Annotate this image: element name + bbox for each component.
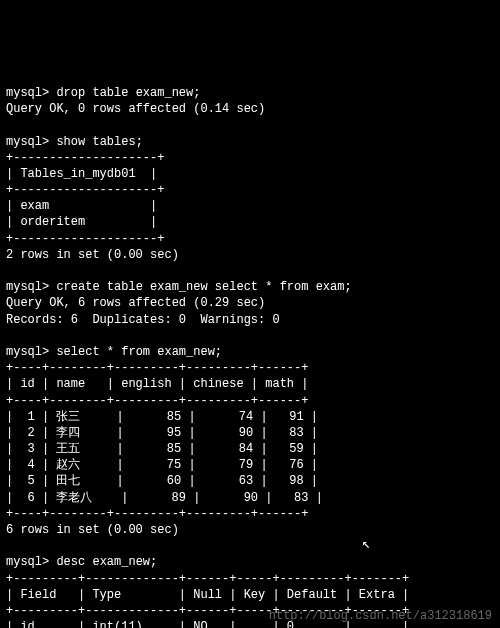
result-create-1: Query OK, 6 rows affected (0.29 sec)	[6, 296, 265, 310]
showtables-border: +--------------------+	[6, 151, 164, 165]
table-row: | orderitem |	[6, 215, 157, 229]
result-create-2: Records: 6 Duplicates: 0 Warnings: 0	[6, 313, 280, 327]
select-header: | id | name | english | chinese | math |	[6, 377, 308, 391]
cmd-show-tables: show tables;	[56, 135, 142, 149]
select-border: +----+--------+---------+---------+-----…	[6, 394, 308, 408]
cmd-drop: drop table exam_new;	[56, 86, 200, 100]
terminal[interactable]: mysql> drop table exam_new; Query OK, 0 …	[0, 81, 500, 628]
cmd-create: create table exam_new select * from exam…	[56, 280, 351, 294]
prompt: mysql>	[6, 86, 49, 100]
showtables-border: +--------------------+	[6, 232, 164, 246]
desc-border: +---------+-------------+------+-----+--…	[6, 572, 409, 586]
select-border: +----+--------+---------+---------+-----…	[6, 507, 308, 521]
showtables-header: | Tables_in_mydb01 |	[6, 167, 157, 181]
cmd-select: select * from exam_new;	[56, 345, 222, 359]
prompt: mysql>	[6, 555, 49, 569]
prompt: mysql>	[6, 135, 49, 149]
result-drop: Query OK, 0 rows affected (0.14 sec)	[6, 102, 265, 116]
select-rows: | 1 | 张三 | 85 | 74 | 91 | | 2 | 李四 | 95 …	[6, 410, 323, 505]
table-row: | exam |	[6, 199, 157, 213]
watermark: http://blog.csdn.net/a312318619	[269, 608, 492, 624]
select-border: +----+--------+---------+---------+-----…	[6, 361, 308, 375]
prompt: mysql>	[6, 345, 49, 359]
showtables-footer: 2 rows in set (0.00 sec)	[6, 248, 179, 262]
desc-header: | Field | Type | Null | Key | Default | …	[6, 588, 409, 602]
select-footer: 6 rows in set (0.00 sec)	[6, 523, 179, 537]
cmd-desc: desc exam_new;	[56, 555, 157, 569]
showtables-border: +--------------------+	[6, 183, 164, 197]
prompt: mysql>	[6, 280, 49, 294]
